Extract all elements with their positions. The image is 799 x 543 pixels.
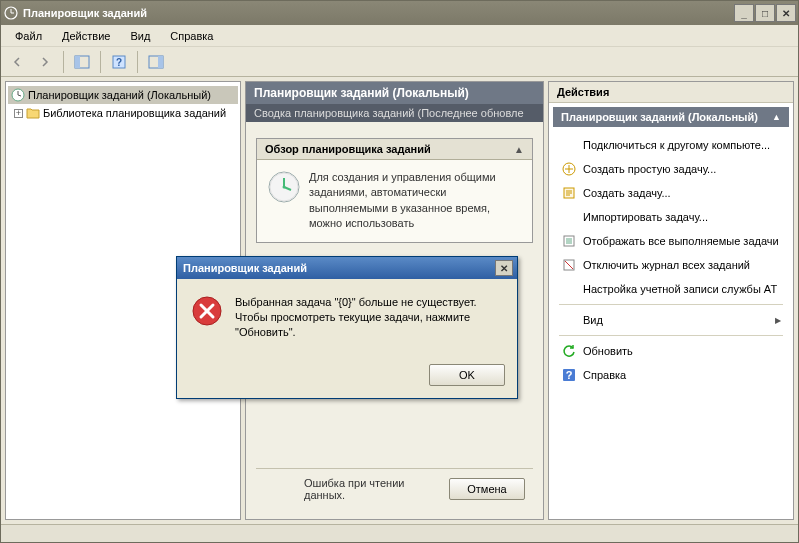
- blank-icon: [561, 137, 577, 153]
- action-label: Вид: [583, 314, 603, 326]
- window-title: Планировщик заданий: [23, 7, 733, 19]
- svg-text:?: ?: [566, 369, 573, 381]
- menu-help[interactable]: Справка: [162, 28, 221, 44]
- ok-button[interactable]: OK: [429, 364, 505, 386]
- dialog-message: Выбранная задача "{0}" больше не существ…: [235, 295, 503, 340]
- svg-rect-8: [158, 56, 163, 68]
- overview-group: Обзор планировщика заданий ▲ Для создани…: [256, 138, 533, 243]
- action-label: Импортировать задачу...: [583, 211, 708, 223]
- actions-title: Действия: [549, 82, 793, 103]
- action-at-account[interactable]: Настройка учетной записи службы AT: [553, 277, 789, 301]
- error-icon: [191, 295, 223, 327]
- app-icon: [3, 5, 19, 21]
- action-label: Отключить журнал всех заданий: [583, 259, 750, 271]
- close-button[interactable]: ✕: [776, 4, 796, 22]
- create-basic-icon: [561, 161, 577, 177]
- menubar: Файл Действие Вид Справка: [1, 25, 798, 47]
- menu-view[interactable]: Вид: [122, 28, 158, 44]
- back-button[interactable]: [5, 50, 29, 74]
- action-view[interactable]: Вид ▶: [553, 308, 789, 332]
- actions-pane: Действия Планировщик заданий (Локальный)…: [548, 81, 794, 520]
- action-label: Отображать все выполняемые задачи: [583, 235, 779, 247]
- action-connect[interactable]: Подключиться к другому компьюте...: [553, 133, 789, 157]
- action-label: Обновить: [583, 345, 633, 357]
- dialog-body: Выбранная задача "{0}" больше не существ…: [177, 279, 517, 356]
- overview-text: Для создания и управления общими задания…: [309, 170, 522, 232]
- window-buttons: _ □ ✕: [733, 4, 796, 22]
- actions-header-label: Планировщик заданий (Локальный): [561, 111, 758, 123]
- action-refresh[interactable]: Обновить: [553, 339, 789, 363]
- collapse-up-icon[interactable]: ▲: [514, 144, 524, 155]
- action-separator: [559, 304, 783, 305]
- action-show-running[interactable]: Отображать все выполняемые задачи: [553, 229, 789, 253]
- toolbar-separator: [63, 51, 64, 73]
- center-subheader: Сводка планировщика заданий (Последнее о…: [246, 104, 543, 122]
- tree-root[interactable]: Планировщик заданий (Локальный): [8, 86, 238, 104]
- minimize-button[interactable]: _: [734, 4, 754, 22]
- error-dialog: Планировщик заданий ✕ Выбранная задача "…: [176, 256, 518, 399]
- folder-icon: [25, 105, 41, 121]
- blank-icon: [561, 312, 577, 328]
- action-create-basic[interactable]: Создать простую задачу...: [553, 157, 789, 181]
- actions-header[interactable]: Планировщик заданий (Локальный) ▲: [553, 107, 789, 127]
- dialog-close-button[interactable]: ✕: [495, 260, 513, 276]
- clock-large-icon: [267, 170, 301, 204]
- create-task-icon: [561, 185, 577, 201]
- help-icon: ?: [561, 367, 577, 383]
- center-header: Планировщик заданий (Локальный): [246, 82, 543, 104]
- dialog-titlebar[interactable]: Планировщик заданий ✕: [177, 257, 517, 279]
- svg-point-16: [283, 186, 286, 189]
- tree: Планировщик заданий (Локальный) + Библио…: [6, 82, 240, 126]
- action-label: Настройка учетной записи службы AT: [583, 283, 777, 295]
- overview-body: Для создания и управления общими задания…: [257, 160, 532, 242]
- expand-icon[interactable]: +: [14, 109, 23, 118]
- cancel-button[interactable]: Отмена: [449, 478, 525, 500]
- center-footer: Ошибка при чтении данных. Отмена: [256, 468, 533, 509]
- toolbar-separator: [100, 51, 101, 73]
- overview-title: Обзор планировщика заданий: [265, 143, 431, 155]
- dialog-title: Планировщик заданий: [181, 262, 495, 274]
- submenu-arrow-icon: ▶: [775, 316, 781, 325]
- list-icon: [561, 233, 577, 249]
- action-import[interactable]: Импортировать задачу...: [553, 205, 789, 229]
- svg-rect-4: [75, 56, 80, 68]
- blank-icon: [561, 281, 577, 297]
- action-label: Справка: [583, 369, 626, 381]
- blank-icon: [561, 209, 577, 225]
- help-button[interactable]: ?: [107, 50, 131, 74]
- action-label: Создать простую задачу...: [583, 163, 716, 175]
- collapse-up-icon[interactable]: ▲: [772, 112, 781, 122]
- footer-error-text: Ошибка при чтении данных.: [264, 477, 439, 501]
- show-hide-tree-button[interactable]: [70, 50, 94, 74]
- actions-list: Подключиться к другому компьюте... Созда…: [549, 131, 793, 389]
- tree-root-label: Планировщик заданий (Локальный): [28, 89, 211, 101]
- refresh-icon: [561, 343, 577, 359]
- action-disable-history[interactable]: Отключить журнал всех заданий: [553, 253, 789, 277]
- forward-button[interactable]: [33, 50, 57, 74]
- history-off-icon: [561, 257, 577, 273]
- toolbar: ?: [1, 47, 798, 77]
- dialog-footer: OK: [177, 356, 517, 398]
- action-label: Подключиться к другому компьюте...: [583, 139, 770, 151]
- tree-library-label: Библиотека планировщика заданий: [43, 107, 226, 119]
- maximize-button[interactable]: □: [755, 4, 775, 22]
- menu-action[interactable]: Действие: [54, 28, 118, 44]
- action-label: Создать задачу...: [583, 187, 671, 199]
- statusbar: [1, 524, 798, 542]
- show-hide-actions-button[interactable]: [144, 50, 168, 74]
- action-create-task[interactable]: Создать задачу...: [553, 181, 789, 205]
- svg-text:?: ?: [116, 57, 122, 68]
- action-separator: [559, 335, 783, 336]
- titlebar[interactable]: Планировщик заданий _ □ ✕: [1, 1, 798, 25]
- toolbar-separator: [137, 51, 138, 73]
- menu-file[interactable]: Файл: [7, 28, 50, 44]
- clock-icon: [10, 87, 26, 103]
- overview-title-row[interactable]: Обзор планировщика заданий ▲: [257, 139, 532, 160]
- tree-library[interactable]: + Библиотека планировщика заданий: [8, 104, 238, 122]
- action-help[interactable]: ? Справка: [553, 363, 789, 387]
